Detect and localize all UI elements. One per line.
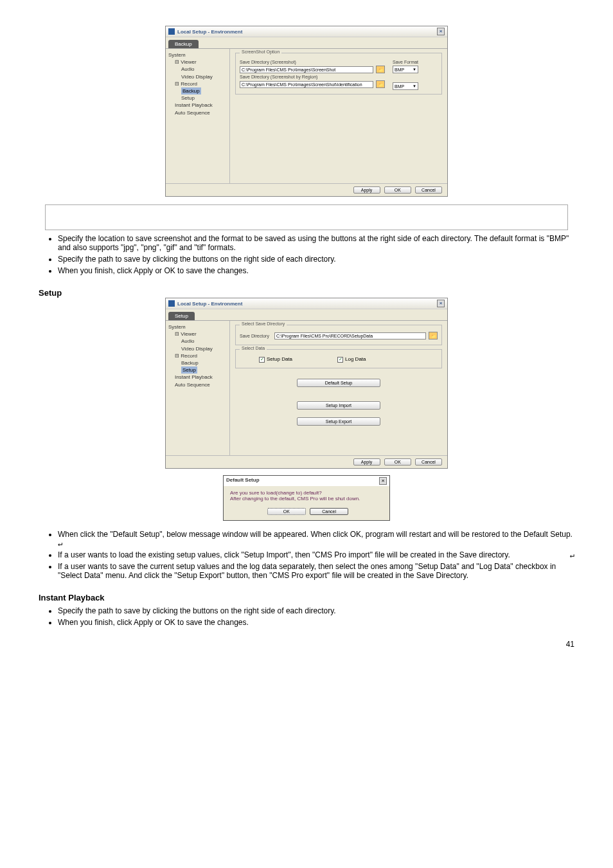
checkbox-setupdata[interactable]: ✓ <box>259 357 265 363</box>
close-icon[interactable]: × <box>437 300 445 307</box>
ok-button[interactable]: OK <box>384 186 411 194</box>
browse-icon[interactable]: 📁 <box>376 80 385 88</box>
app-icon <box>168 300 175 307</box>
app-icon <box>168 28 175 35</box>
tree-item[interactable]: Setup <box>168 95 227 102</box>
spacer-block <box>45 204 568 230</box>
enter-icon: ↵ <box>58 539 62 548</box>
bullet-list-3: Specify the path to save by clicking the… <box>39 606 574 627</box>
bullet: When click the "Default Setup", below me… <box>58 530 573 539</box>
tree-item[interactable]: Instant Playback <box>168 102 227 109</box>
bullet: If a user wants to load the existing set… <box>58 550 510 559</box>
chevron-down-icon: ▼ <box>413 84 416 88</box>
nav-tree: System ⊟ Viewer Audio Video Display ⊟ Re… <box>166 321 230 455</box>
browse-icon[interactable]: 📁 <box>429 332 438 339</box>
tree-item[interactable]: Viewer <box>181 331 196 337</box>
bullet: Specify the path to save by clicking the… <box>58 606 574 615</box>
checkbox-label: Log Data <box>345 356 366 362</box>
apply-button[interactable]: Apply <box>353 186 380 194</box>
setup-export-button[interactable]: Setup Export <box>297 417 380 426</box>
tree-item[interactable]: Instant Playback <box>168 374 227 381</box>
nav-tree: System ⊟ Viewer Audio Video Display ⊟ Re… <box>166 49 230 183</box>
format-select-1[interactable]: BMP▼ <box>393 66 418 73</box>
tree-item[interactable]: System <box>168 323 227 330</box>
apply-button[interactable]: Apply <box>353 458 380 466</box>
bullet: If a user wants to save the current setu… <box>58 562 574 580</box>
tree-item[interactable]: Viewer <box>181 59 196 65</box>
ok-button[interactable]: OK <box>384 458 411 466</box>
tree-item[interactable]: System <box>168 51 227 59</box>
label-dir2: Save Directory (Screenshot by Region) <box>240 75 385 79</box>
path-input[interactable]: C:\Program Files\CMS Pro\RECORD\SetupDat… <box>274 332 426 339</box>
bullet: When you finish, click Apply or OK to sa… <box>58 266 574 275</box>
confirm-line2: After changing to the default, CMS Pro w… <box>230 496 383 502</box>
path-input-2[interactable]: C:\Program Files\CMS Pro\Images\ScreenSh… <box>240 81 373 88</box>
format-select-2[interactable]: BMP▼ <box>393 82 418 90</box>
tab-setup[interactable]: Setup <box>168 312 195 320</box>
close-icon[interactable]: × <box>379 477 387 485</box>
path-input-1[interactable]: C:\Program Files\CMS Pro\Images\ScreenSh… <box>240 66 373 73</box>
tree-item[interactable]: Video Display <box>168 73 227 80</box>
tree-item-selected[interactable]: Setup <box>181 366 197 374</box>
bullet: When you finish, click Apply or OK to sa… <box>58 618 574 627</box>
label-save-format: Save Format <box>393 60 438 64</box>
group-selectdata: Select Data <box>240 346 267 350</box>
confirm-cancel-button[interactable]: Cancel <box>310 508 348 515</box>
tree-item[interactable]: Audio <box>168 66 227 73</box>
confirm-ok-button[interactable]: OK <box>267 508 306 515</box>
confirm-line1: Are you sure to load(change to) default? <box>230 490 383 496</box>
dialog-setup: Local Setup - Environment × Setup System… <box>165 298 448 469</box>
enter-icon: ↵ <box>570 550 574 559</box>
setup-import-button[interactable]: Setup Import <box>297 401 380 410</box>
tree-item[interactable]: Backup <box>168 359 227 366</box>
group-savedir: Select Save Directory <box>240 321 287 326</box>
bullet-list-2: When click the "Default Setup", below me… <box>39 530 574 580</box>
page-number: 41 <box>39 640 574 649</box>
confirm-title: Default Setup <box>226 477 260 485</box>
browse-icon[interactable]: 📁 <box>376 66 385 73</box>
default-setup-button[interactable]: Default Setup <box>297 379 380 387</box>
bullet-list-1: Specify the location to save screenshot … <box>39 234 574 275</box>
tree-item-selected[interactable]: Backup <box>181 87 201 95</box>
tree-item[interactable]: Record <box>181 353 197 359</box>
dialog-title: Local Setup - Environment <box>177 29 242 35</box>
bullet: Specify the path to save by clicking the… <box>58 255 574 264</box>
close-icon[interactable]: × <box>437 28 445 35</box>
checkbox-logdata[interactable]: ✓ <box>337 357 343 363</box>
dialog-title: Local Setup - Environment <box>177 301 242 307</box>
tab-backup[interactable]: Backup <box>168 40 199 48</box>
heading-playback: Instant Playback <box>39 593 574 602</box>
cancel-button[interactable]: Cancel <box>415 186 442 194</box>
tree-item[interactable]: Audio <box>168 338 227 345</box>
tree-item[interactable]: Auto Sequence <box>168 109 227 116</box>
confirm-dialog: Default Setup × Are you sure to load(cha… <box>223 475 390 521</box>
group-screenshot: ScreenShot Option <box>240 50 281 54</box>
checkbox-label: Setup Data <box>267 356 292 362</box>
tree-item[interactable]: Auto Sequence <box>168 381 227 388</box>
chevron-down-icon: ▼ <box>413 68 416 71</box>
cancel-button[interactable]: Cancel <box>415 458 442 466</box>
tree-item[interactable]: Video Display <box>168 345 227 352</box>
heading-setup: Setup <box>39 288 574 298</box>
dialog-backup: Local Setup - Environment × Backup Syste… <box>165 26 448 197</box>
label-dir1: Save Directory (Screenshot) <box>240 60 385 64</box>
bullet: Specify the location to save screenshot … <box>58 234 574 252</box>
label-savedir: Save Directory <box>240 334 269 338</box>
tree-item[interactable]: Record <box>181 81 197 87</box>
